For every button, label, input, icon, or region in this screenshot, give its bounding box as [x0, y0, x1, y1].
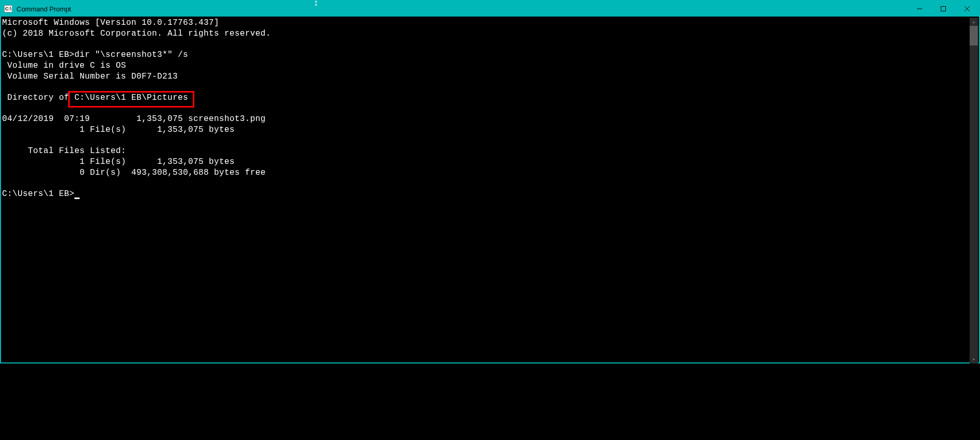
dir-path: C:\Users\1 EB\Pictures [74, 93, 188, 102]
output-line: Total Files Listed: [2, 146, 126, 156]
window-title: Command Prompt [17, 5, 71, 13]
dir-prefix: Directory of [2, 93, 74, 102]
output-line: (c) 2018 Microsoft Corporation. All righ… [2, 29, 271, 38]
output-line: 0 Dir(s) 493,308,530,688 bytes free [2, 168, 266, 177]
output-line: Volume in drive C is OS [2, 61, 126, 70]
output-line: 04/12/2019 07:19 1,353,075 screenshot3.p… [2, 114, 266, 124]
prompt-line: C:\Users\1 EB> [2, 189, 80, 199]
terminal-output[interactable]: Microsoft Windows [Version 10.0.17763.43… [1, 17, 979, 362]
window-controls [908, 1, 979, 17]
scrollbar-thumb[interactable] [970, 26, 978, 45]
scroll-down-arrow[interactable]: ▾ [970, 355, 978, 363]
title-bar[interactable]: C:\ Command Prompt [1, 1, 979, 17]
maximize-button[interactable] [931, 1, 955, 17]
close-button[interactable] [955, 1, 979, 17]
output-line: Volume Serial Number is D0F7-D213 [2, 72, 178, 81]
command-line: C:\Users\1 EB>dir "\screenshot3*" /s [2, 50, 188, 59]
output-line: Microsoft Windows [Version 10.0.17763.43… [2, 18, 219, 27]
command-prompt-window: C:\ Command Prompt ↕ Microsoft Windows [… [0, 0, 980, 363]
output-line: 1 File(s) 1,353,075 bytes [2, 157, 235, 166]
svg-rect-1 [941, 7, 946, 11]
prompt-text: C:\Users\1 EB> [2, 189, 74, 199]
output-line: Directory of C:\Users\1 EB\Pictures [2, 93, 188, 102]
cmd-icon: C:\ [4, 5, 12, 12]
output-line: 1 File(s) 1,353,075 bytes [2, 125, 235, 134]
scroll-up-arrow[interactable]: ▴ [970, 18, 978, 26]
vertical-scrollbar[interactable]: ▴ ▾ [970, 18, 978, 363]
minimize-button[interactable] [908, 1, 931, 17]
cursor [74, 198, 80, 199]
